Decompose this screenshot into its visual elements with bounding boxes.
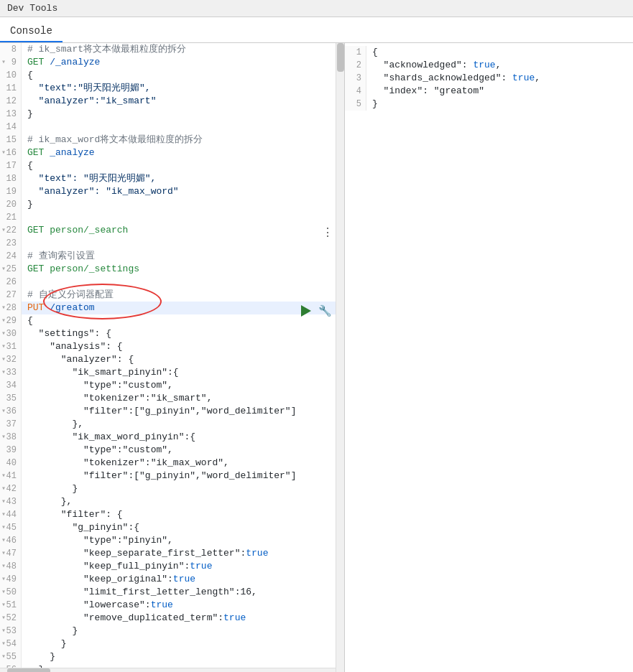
line-content-16: GET _analyze [22, 146, 344, 159]
code-line-46: ▾46 "type":"pinyin", [0, 534, 344, 547]
line-content-8: # ik_smart将文本做最粗粒度的拆分 [22, 43, 344, 56]
line-content-38: "ik_max_word_pinyin":{ [22, 431, 344, 444]
line-number-16: ▾16 [0, 146, 22, 159]
right-line-1: 1{ [345, 46, 633, 59]
code-line-50: ▾50 "limit_first_letter_length":16, [0, 586, 344, 599]
code-line-55: ▾55 } [0, 650, 344, 663]
vertical-dots-menu[interactable]: ⋮ [322, 225, 333, 240]
line-content-29: { [22, 314, 344, 327]
line-content-40: "tokenizer":"ik_max_word", [22, 457, 344, 470]
dots-icon: ⋮ [322, 227, 333, 240]
line-number-46: ▾46 [0, 534, 22, 547]
line-content-47: "keep_separate_first_letter":true [22, 547, 344, 560]
line-number-19: 19 [0, 185, 22, 198]
code-line-33: ▾33 "ik_smart_pinyin":{ [0, 366, 344, 379]
line-content-28: PUT /greatom [22, 302, 344, 314]
line-number-32: ▾32 [0, 353, 22, 366]
play-button[interactable] [298, 303, 314, 319]
code-line-31: ▾31 "analysis": { [0, 340, 344, 353]
right-line-number-3: 3 [345, 72, 366, 85]
scroll-thumb[interactable] [337, 43, 344, 72]
bottom-scrollbar[interactable] [0, 668, 344, 672]
line-content-17: { [22, 159, 344, 172]
console-tab[interactable]: Console [0, 21, 63, 42]
code-line-26: 26 [0, 276, 344, 289]
wrench-button[interactable]: 🔧 [317, 303, 333, 319]
right-line-content-5: } [366, 98, 633, 111]
line-content-36: "filter":["g_pinyin","word_delimiter"] [22, 405, 344, 418]
line-number-17: 17 [0, 159, 22, 172]
line-content-18: "text": "明天阳光明媚", [22, 172, 344, 185]
main-container: 8# ik_smart将文本做最粗粒度的拆分▾9GET /_analyze10{… [0, 43, 633, 672]
line-number-24: 24 [0, 250, 22, 263]
line-number-39: 39 [0, 444, 22, 457]
right-line-content-2: "acknowledged": true, [366, 59, 633, 72]
line-content-13: } [22, 108, 344, 121]
line-content-25: GET person/_settings [22, 263, 344, 276]
code-line-27: 27# 自定义分词器配置 [0, 289, 344, 302]
code-line-49: ▾49 "keep_original":true [0, 573, 344, 586]
line-content-15: # ik_max_word将文本做最细粒度的拆分 [22, 134, 344, 146]
code-line-42: ▾42 } [0, 482, 344, 495]
line-content-45: "g_pinyin":{ [22, 521, 344, 534]
line-number-29: ▾29 [0, 314, 22, 327]
code-line-24: 24# 查询索引设置 [0, 250, 344, 263]
line-content-33: "ik_smart_pinyin":{ [22, 366, 344, 379]
line-content-31: "analysis": { [22, 340, 344, 353]
code-line-35: 35 "tokenizer":"ik_smart", [0, 392, 344, 405]
line-number-41: ▾41 [0, 470, 22, 482]
code-line-19: 19 "analyzer": "ik_max_word" [0, 185, 344, 198]
right-line-content-3: "shards_acknowledged": true, [366, 72, 633, 85]
bottom-scroll-thumb[interactable] [7, 668, 50, 672]
line-number-8: 8 [0, 43, 22, 56]
code-line-23: 23 [0, 237, 344, 250]
code-line-15: 15# ik_max_word将文本做最细粒度的拆分 [0, 134, 344, 146]
line-number-10: 10 [0, 69, 22, 82]
left-panel: 8# ik_smart将文本做最粗粒度的拆分▾9GET /_analyze10{… [0, 43, 345, 672]
line-number-18: 18 [0, 172, 22, 185]
line-number-49: ▾49 [0, 573, 22, 586]
line-content-43: }, [22, 495, 344, 508]
right-line-content-4: "index": "greatom" [366, 85, 633, 98]
line-content-20: } [22, 198, 344, 211]
line-number-47: ▾47 [0, 547, 22, 560]
code-line-36: ▾36 "filter":["g_pinyin","word_delimiter… [0, 405, 344, 418]
line-number-11: 11 [0, 82, 22, 95]
line-number-31: ▾31 [0, 340, 22, 353]
line-number-44: ▾44 [0, 508, 22, 521]
code-line-22: ▾22GET person/_search [0, 224, 344, 237]
line-content-23 [22, 237, 344, 250]
code-line-40: 40 "tokenizer":"ik_max_word", [0, 457, 344, 470]
title-label: Dev Tools [7, 3, 57, 14]
line-number-25: ▾25 [0, 263, 22, 276]
right-panel: 1{2 "acknowledged": true,3 "shards_ackno… [345, 43, 633, 672]
code-line-11: 11 "text":"明天阳光明媚", [0, 82, 344, 95]
editor-area[interactable]: 8# ik_smart将文本做最粗粒度的拆分▾9GET /_analyze10{… [0, 43, 344, 668]
line-content-24: # 查询索引设置 [22, 250, 344, 263]
line-content-22: GET person/_search [22, 224, 344, 237]
line-number-42: ▾42 [0, 482, 22, 495]
line-content-30: "settings": { [22, 327, 344, 340]
code-line-18: 18 "text": "明天阳光明媚", [0, 172, 344, 185]
right-line-number-5: 5 [345, 98, 366, 111]
line-content-26 [22, 276, 344, 289]
tab-bar: Console [0, 17, 633, 43]
right-line-5: 5} [345, 98, 633, 111]
code-line-9: ▾9GET /_analyze [0, 56, 344, 69]
vertical-scrollbar-left[interactable] [336, 43, 344, 672]
line-content-39: "type":"custom", [22, 444, 344, 457]
title-bar: Dev Tools [0, 0, 633, 17]
line-content-32: "analyzer": { [22, 353, 344, 366]
play-icon [301, 305, 311, 317]
line-content-46: "type":"pinyin", [22, 534, 344, 547]
code-line-45: ▾45 "g_pinyin":{ [0, 521, 344, 534]
wrench-icon: 🔧 [318, 304, 332, 318]
code-line-25: ▾25GET person/_settings [0, 263, 344, 276]
right-line-4: 4 "index": "greatom" [345, 85, 633, 98]
line-content-12: "analyzer":"ik_smart" [22, 95, 344, 108]
line-number-38: ▾38 [0, 431, 22, 444]
code-line-54: ▾54 } [0, 638, 344, 650]
line-content-34: "type":"custom", [22, 379, 344, 392]
right-line-content-1: { [366, 46, 633, 59]
code-line-47: ▾47 "keep_separate_first_letter":true [0, 547, 344, 560]
